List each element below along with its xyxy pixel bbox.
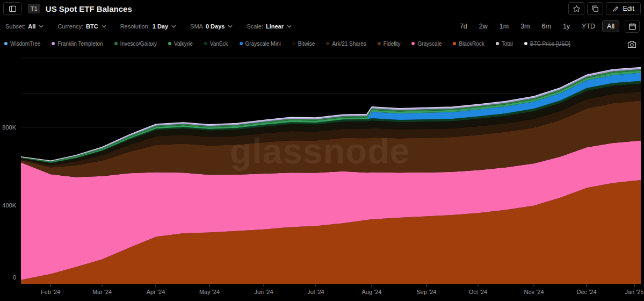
- legend-label: Franklin Templeton: [57, 41, 103, 47]
- topbar-actions: Edit: [568, 2, 641, 15]
- edit-label: Edit: [623, 5, 634, 12]
- x-axis-label: Jan '25: [625, 289, 643, 295]
- range-1y[interactable]: 1y: [558, 20, 575, 32]
- filters: Subset:AllCurrency:BTCResolution:1 DaySM…: [5, 23, 292, 30]
- x-axis-label: May '24: [199, 289, 220, 295]
- legend-item-ark-21-shares[interactable]: Ark/21 Shares: [326, 41, 366, 47]
- legend-label: BTC Price [USD]: [530, 41, 570, 47]
- calendar-icon: [628, 23, 636, 31]
- filter-bar: Subset:AllCurrency:BTCResolution:1 DaySM…: [5, 20, 640, 33]
- filter-resolution[interactable]: Resolution:1 Day: [120, 23, 176, 30]
- x-axis-label: Apr '24: [147, 289, 165, 295]
- legend-item-grayscale[interactable]: Grayscale: [411, 41, 442, 47]
- duplicate-button[interactable]: [587, 2, 603, 15]
- screenshot-button[interactable]: [626, 40, 638, 50]
- legend-item-invesco-galaxy[interactable]: Invesco/Galaxy: [114, 41, 157, 47]
- legend-item-grayscale-mini[interactable]: Grayscale Mini: [240, 41, 281, 47]
- legend-item-vaneck[interactable]: VanEck: [204, 41, 228, 47]
- filter-value: 1 Day: [153, 23, 168, 30]
- legend-dot: [52, 42, 55, 45]
- chevron-down-icon: [39, 25, 44, 28]
- legend-label: WisdomTree: [10, 41, 40, 47]
- legend-dot: [378, 42, 381, 45]
- range-2w[interactable]: 2w: [474, 20, 493, 32]
- y-axis-label: 0: [13, 274, 16, 281]
- app-topbar: T1 US Spot ETF Balances Edit: [3, 1, 641, 16]
- range-all[interactable]: All: [602, 20, 619, 32]
- sidebar-toggle-button[interactable]: [3, 2, 21, 15]
- camera-icon: [627, 40, 636, 48]
- filter-value: All: [28, 23, 35, 30]
- x-axis-label: Mar '24: [92, 289, 112, 295]
- filter-label: SMA: [190, 23, 203, 30]
- range-ytd[interactable]: YTD: [577, 20, 600, 32]
- legend-dot: [524, 42, 527, 45]
- filter-value: 0 Days: [206, 23, 225, 30]
- legend-label: Total: [502, 41, 513, 47]
- edit-button[interactable]: Edit: [606, 2, 641, 15]
- chevron-down-icon: [171, 25, 176, 28]
- date-picker-button[interactable]: [625, 20, 640, 33]
- legend-item-franklin-templeton[interactable]: Franklin Templeton: [52, 41, 103, 47]
- legend-item-bitwise[interactable]: Bitwise: [292, 41, 315, 47]
- legend-dot: [326, 42, 329, 45]
- x-axis-label: Oct '24: [469, 289, 488, 295]
- y-axis-label: 800K: [2, 124, 16, 131]
- legend-label: Bitwise: [298, 41, 315, 47]
- filter-scale[interactable]: Scale:Linear: [247, 23, 292, 30]
- filter-subset[interactable]: Subset:All: [5, 23, 44, 30]
- legend-dot: [496, 42, 499, 45]
- legend-item-wisdomtree[interactable]: WisdomTree: [4, 41, 40, 47]
- legend-label: Grayscale Mini: [245, 41, 281, 47]
- legend-item-fidelity[interactable]: Fidelity: [378, 41, 401, 47]
- legend-dot: [240, 42, 243, 45]
- legend-item-total[interactable]: Total: [496, 41, 513, 47]
- star-icon: [573, 5, 581, 13]
- filter-label: Resolution:: [120, 23, 150, 30]
- filter-label: Subset:: [5, 23, 25, 30]
- x-axis-label: Sep '24: [416, 289, 436, 295]
- legend-dot: [114, 42, 118, 45]
- range-6m[interactable]: 6m: [537, 20, 556, 32]
- balance-chart[interactable]: 0400K800KFeb '24Mar '24Apr '24May '24Jun…: [0, 49, 644, 301]
- legend-label: Ark/21 Shares: [332, 41, 366, 47]
- legend-dot: [411, 42, 415, 45]
- page-title: US Spot ETF Balances: [46, 4, 132, 13]
- x-axis-label: Aug '24: [361, 289, 381, 295]
- range-7d[interactable]: 7d: [455, 20, 472, 32]
- x-axis-label: Dec '24: [577, 289, 597, 295]
- y-axis-label: 400K: [2, 202, 16, 209]
- chevron-down-icon: [287, 25, 292, 28]
- filter-sma[interactable]: SMA0 Days: [190, 23, 233, 30]
- legend-item-valkyrie[interactable]: Valkyrie: [168, 41, 193, 47]
- range-3m[interactable]: 3m: [516, 20, 534, 32]
- legend-item-btc-price-usd[interactable]: BTC Price [USD]: [524, 41, 570, 47]
- filter-label: Currency:: [57, 23, 83, 30]
- pencil-icon: [612, 5, 619, 12]
- filter-label: Scale:: [247, 23, 263, 30]
- legend-label: VanEck: [210, 41, 228, 47]
- legend-dot: [292, 42, 295, 45]
- range-1m[interactable]: 1m: [495, 20, 513, 32]
- chevron-down-icon: [102, 25, 106, 28]
- legend-label: Invesco/Galaxy: [120, 41, 157, 47]
- legend-label: Valkyrie: [174, 41, 193, 47]
- legend-dot: [453, 42, 456, 45]
- filter-currency[interactable]: Currency:BTC: [57, 23, 106, 30]
- range-selector: 7d2w1m3m6m1yYTDAll: [455, 20, 640, 33]
- legend-label: BlackRock: [459, 41, 484, 47]
- chart-legend: WisdomTreeFranklin TempletonInvesco/Gala…: [4, 39, 570, 48]
- copy-icon: [591, 5, 599, 12]
- panel-left-icon: [9, 5, 17, 13]
- filter-value: BTC: [86, 23, 98, 30]
- legend-item-blackrock[interactable]: BlackRock: [453, 41, 484, 47]
- x-axis-label: Feb '24: [41, 289, 60, 295]
- x-axis-label: Nov '24: [524, 289, 544, 295]
- legend-label: Fidelity: [383, 41, 401, 47]
- x-axis-label: Jul '24: [307, 289, 324, 295]
- favorite-button[interactable]: [568, 2, 584, 15]
- legend-label: Grayscale: [417, 41, 442, 47]
- chevron-down-icon: [228, 25, 233, 28]
- legend-dot: [168, 42, 171, 45]
- chart-type-badge: T1: [28, 4, 40, 13]
